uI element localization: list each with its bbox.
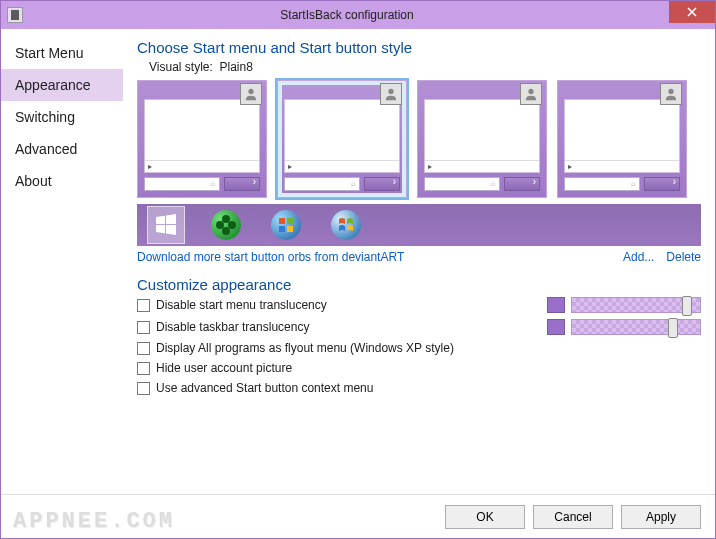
delete-orb-link[interactable]: Delete <box>666 250 701 264</box>
taskbar-translucency-slider[interactable] <box>571 319 701 335</box>
svg-rect-8 <box>279 218 285 224</box>
style-thumbnail-2[interactable]: ▸ ⌕ <box>277 80 407 198</box>
sidebar-item-about[interactable]: About <box>1 165 123 197</box>
option-row-translucency-taskbar: Disable taskbar translucency <box>137 319 701 335</box>
svg-point-4 <box>222 215 230 223</box>
cancel-button[interactable]: Cancel <box>533 505 613 529</box>
svg-point-1 <box>388 89 393 94</box>
checkbox-advanced-context[interactable] <box>137 382 150 395</box>
section-heading-style: Choose Start menu and Start button style <box>137 39 701 56</box>
option-row-flyout: Display All programs as flyout menu (Win… <box>137 341 701 355</box>
windows-flag-icon <box>278 217 294 233</box>
style-thumbnails-row: ▸ ⌕ ▸ ⌕ ▸ ⌕ ▸ ⌕ <box>137 80 701 198</box>
window-title: StartIsBack configuration <box>29 8 665 22</box>
avatar-icon <box>380 83 402 105</box>
checkbox-disable-menu-translucency[interactable] <box>137 299 150 312</box>
menu-translucency-slider[interactable] <box>571 297 701 313</box>
option-row-advanced-context: Use advanced Start button context menu <box>137 381 701 395</box>
orb-links-row: Download more start button orbs from dev… <box>137 250 701 264</box>
checkbox-hide-picture[interactable] <box>137 362 150 375</box>
ok-button[interactable]: OK <box>445 505 525 529</box>
close-icon <box>687 7 697 17</box>
watermark: APPNEE.COM <box>13 509 175 534</box>
sidebar-item-start-menu[interactable]: Start Menu <box>1 37 123 69</box>
orb-clover[interactable] <box>207 206 245 244</box>
svg-point-6 <box>228 221 236 229</box>
sidebar-item-switching[interactable]: Switching <box>1 101 123 133</box>
svg-point-3 <box>668 89 673 94</box>
svg-rect-10 <box>279 226 285 232</box>
svg-point-7 <box>222 227 230 235</box>
orb-windows7-glossy[interactable] <box>327 206 365 244</box>
sidebar: Start Menu Appearance Switching Advanced… <box>1 29 123 494</box>
avatar-icon <box>240 83 262 105</box>
option-label: Disable start menu translucency <box>156 298 327 312</box>
sidebar-item-advanced[interactable]: Advanced <box>1 133 123 165</box>
add-orb-link[interactable]: Add... <box>623 250 654 264</box>
clover-icon <box>211 210 241 240</box>
dialog-footer: APPNEE.COM OK Cancel Apply <box>1 494 715 538</box>
svg-point-5 <box>216 221 224 229</box>
section-heading-customize: Customize appearance <box>137 276 701 293</box>
taskbar-color-swatch[interactable] <box>547 319 565 335</box>
visual-style-label: Visual style: <box>149 60 213 74</box>
style-thumbnail-3[interactable]: ▸ ⌕ <box>417 80 547 198</box>
orb-bar <box>137 204 701 246</box>
checkbox-flyout-menu[interactable] <box>137 342 150 355</box>
checkbox-disable-taskbar-translucency[interactable] <box>137 321 150 334</box>
option-label: Display All programs as flyout menu (Win… <box>156 341 454 355</box>
visual-style-line: Visual style: Plain8 <box>149 60 701 74</box>
option-row-hide-picture: Hide user account picture <box>137 361 701 375</box>
option-label: Use advanced Start button context menu <box>156 381 373 395</box>
svg-point-2 <box>528 89 533 94</box>
option-label: Hide user account picture <box>156 361 292 375</box>
svg-rect-11 <box>287 226 293 232</box>
apply-button[interactable]: Apply <box>621 505 701 529</box>
orb-windows8[interactable] <box>147 206 185 244</box>
svg-point-0 <box>248 89 253 94</box>
sidebar-item-appearance[interactable]: Appearance <box>1 69 123 101</box>
orb-windows7-flat[interactable] <box>267 206 305 244</box>
app-icon <box>7 7 23 23</box>
avatar-icon <box>520 83 542 105</box>
option-label: Disable taskbar translucency <box>156 320 309 334</box>
close-button[interactable] <box>669 1 715 23</box>
windows-flag-icon <box>154 213 178 237</box>
svg-rect-9 <box>287 218 293 224</box>
menu-color-swatch[interactable] <box>547 297 565 313</box>
visual-style-value: Plain8 <box>219 60 252 74</box>
avatar-icon <box>660 83 682 105</box>
titlebar: StartIsBack configuration <box>1 1 715 29</box>
style-thumbnail-4[interactable]: ▸ ⌕ <box>557 80 687 198</box>
windows-flag-icon <box>338 217 354 233</box>
download-orbs-link[interactable]: Download more start button orbs from dev… <box>137 250 404 264</box>
style-thumbnail-1[interactable]: ▸ ⌕ <box>137 80 267 198</box>
option-row-translucency-menu: Disable start menu translucency <box>137 297 701 313</box>
